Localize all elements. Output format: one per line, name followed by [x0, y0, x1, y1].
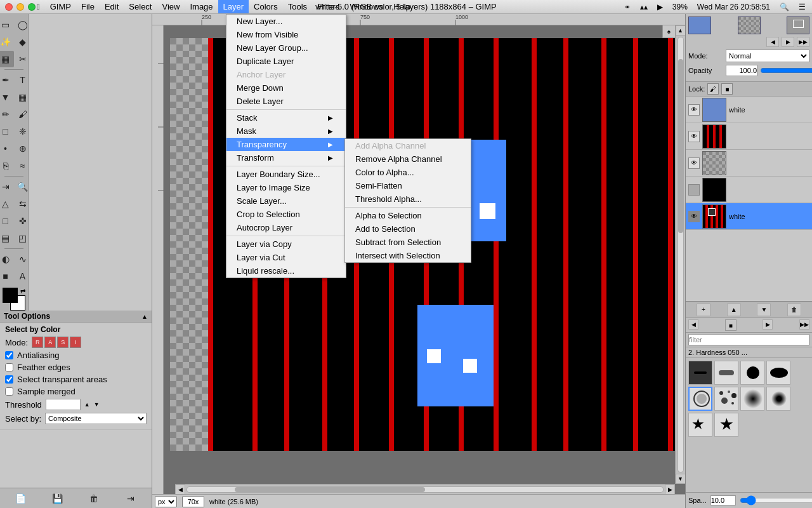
mode-icons[interactable]: R A S I [32, 337, 81, 348]
brush-icon[interactable]: ■ [725, 319, 737, 331]
rp-nav-thumb[interactable] [787, 17, 809, 34]
brush-thumb-8[interactable] [766, 387, 790, 411]
menu-item-remove-alpha[interactable]: Remove Alpha Channel [345, 152, 471, 166]
menu-item-layer-to-image[interactable]: Layer to Image Size [226, 181, 346, 194]
swap-colors-icon[interactable]: ⇄ [20, 288, 25, 295]
export-icon[interactable]: ⇥ [122, 490, 139, 507]
menu-image[interactable]: Image [185, 0, 218, 13]
scroll-left-btn[interactable]: ◀ [175, 485, 185, 495]
tool-fuzzy-select[interactable]: ◆ [15, 34, 31, 50]
zoom-input[interactable] [182, 496, 204, 507]
tool-crop[interactable]: ◰ [15, 230, 31, 246]
tool-pencil[interactable]: ✏ [0, 106, 14, 123]
brush-nav-next[interactable]: ▶ [763, 319, 773, 330]
new-doc-icon[interactable]: 📄 [13, 490, 29, 507]
menu-item-layer-via-cut[interactable]: Layer via Cut [226, 251, 346, 264]
layer-vis-3[interactable]: 👁 [688, 157, 700, 169]
trash-icon[interactable]: 🗑 [86, 490, 102, 507]
lock-pixels-btn[interactable]: 🖌 [707, 83, 719, 95]
tool-move[interactable]: ✜ [15, 213, 31, 229]
threshold-spin-up[interactable]: ▲ [84, 401, 90, 408]
tool-clone[interactable]: ⎘ [0, 157, 14, 174]
tool-heal[interactable]: ⊕ [15, 140, 31, 157]
sample-merged-check[interactable] [5, 387, 13, 396]
menu-item-subtract-sel[interactable]: Subtract from Selection [345, 236, 471, 249]
menu-select[interactable]: Select [124, 0, 157, 13]
minimize-button[interactable] [16, 3, 24, 11]
raise-layer-btn[interactable]: ▲ [727, 304, 741, 316]
layer-vis-4[interactable] [688, 184, 700, 196]
tool-rect-select[interactable]: ▭ [0, 17, 14, 33]
search-icon[interactable]: 🔍 [780, 3, 789, 11]
menu-gimp[interactable]: GIMP [45, 0, 76, 13]
tool-color-picker[interactable]: ◐ [0, 251, 14, 267]
tool-curves[interactable]: ∿ [15, 251, 31, 267]
layer-item-3[interactable]: 👁 [686, 150, 812, 177]
brush-thumb-7[interactable] [740, 387, 764, 411]
close-button[interactable] [5, 3, 13, 11]
tool-smudge[interactable]: ≈ [15, 157, 31, 174]
brush-filter-input[interactable] [688, 334, 809, 345]
brush-thumb-1[interactable] [688, 361, 712, 385]
menu-item-layer-boundary[interactable]: Layer Boundary Size... [226, 168, 346, 181]
menu-item-transparency[interactable]: Transparency ▶ [226, 138, 346, 151]
menu-edit[interactable]: Edit [100, 0, 124, 13]
menu-item-alpha-to-sel[interactable]: Alpha to Selection [345, 209, 471, 222]
transparent-check[interactable] [5, 375, 13, 384]
brush-nav-play[interactable]: ▶▶ [799, 319, 809, 330]
tool-options-expand[interactable]: ▲ [141, 313, 148, 320]
menu-item-add-to-sel[interactable]: Add to Selection [345, 222, 471, 236]
menu-item-mask[interactable]: Mask ▶ [226, 124, 346, 138]
menu-file[interactable]: File [76, 0, 100, 13]
menu-layer[interactable]: Layer [218, 0, 249, 13]
menu-item-liquid-rescale[interactable]: Liquid rescale... [226, 264, 346, 277]
select-by-select[interactable]: Composite [45, 413, 147, 424]
feather-check[interactable] [5, 363, 13, 371]
menu-item-new-layer-group[interactable]: New Layer Group... [226, 41, 346, 55]
scroll-down-btn[interactable]: ▼ [676, 474, 686, 484]
color-swatch[interactable]: ⇄ [3, 288, 25, 311]
tool-paint-bucket[interactable]: ▼ [0, 89, 14, 105]
mode-select[interactable]: Normal [726, 50, 809, 62]
lock-alpha-btn[interactable]: ■ [721, 83, 733, 95]
tool-text[interactable]: T [15, 72, 31, 88]
tool-paintbrush[interactable]: 🖌 [15, 106, 31, 123]
brush-thumb-6[interactable] [714, 387, 738, 411]
brush-thumb-10[interactable]: ★ [714, 413, 738, 437]
tool-airbrush[interactable]: ❈ [15, 123, 31, 140]
dashboard-icon[interactable]: ☰ [799, 3, 806, 11]
menu-item-duplicate-layer[interactable]: Duplicate Layer [226, 55, 346, 68]
menu-item-new-layer[interactable]: New Layer... [226, 15, 346, 28]
v-scroll-thumb[interactable] [678, 59, 683, 233]
menu-item-delete-layer[interactable]: Delete Layer [226, 95, 346, 108]
menu-item-autocrop[interactable]: Autocrop Layer [226, 221, 346, 234]
canvas-nav-icon[interactable]: ♠ [662, 25, 675, 38]
layer-item-2[interactable]: 👁 [686, 123, 812, 150]
brush-thumb-4[interactable] [766, 361, 790, 385]
menu-item-anchor-layer[interactable]: Anchor Layer [226, 68, 346, 81]
menu-colors[interactable]: Colors [249, 0, 283, 13]
mode-subtract[interactable]: S [57, 337, 69, 348]
rp-nav-left[interactable]: ◀ [766, 37, 779, 47]
layer-vis-5[interactable]: 👁 [688, 211, 700, 222]
tool-zoom[interactable]: 🔍 [15, 178, 31, 195]
menu-item-threshold-alpha[interactable]: Threshold Alpha... [345, 192, 471, 206]
window-controls[interactable] [0, 3, 36, 11]
mode-replace[interactable]: R [32, 337, 43, 348]
menu-item-transform[interactable]: Transform ▶ [226, 151, 346, 164]
mode-intersect[interactable]: I [70, 337, 81, 348]
save-icon[interactable]: 💾 [49, 490, 66, 507]
rp-nav-play[interactable]: ▶ [782, 37, 794, 47]
menu-item-new-from-visible[interactable]: New from Visible [226, 28, 346, 41]
menu-item-merge-down[interactable]: Merge Down [226, 81, 346, 95]
brush-thumb-3[interactable] [740, 361, 764, 385]
scroll-up-btn[interactable]: ▲ [676, 25, 686, 36]
menu-item-color-to-alpha[interactable]: Color to Alpha... [345, 166, 471, 179]
h-scroll-thumb[interactable] [235, 487, 425, 492]
tool-transform[interactable]: □ [0, 213, 14, 229]
tool-eraser[interactable]: □ [0, 123, 14, 140]
opacity-input[interactable] [726, 65, 757, 76]
brush-thumb-2[interactable] [714, 361, 738, 385]
rp-checker-thumb[interactable] [738, 17, 761, 34]
tool-warp[interactable]: A [15, 268, 31, 284]
